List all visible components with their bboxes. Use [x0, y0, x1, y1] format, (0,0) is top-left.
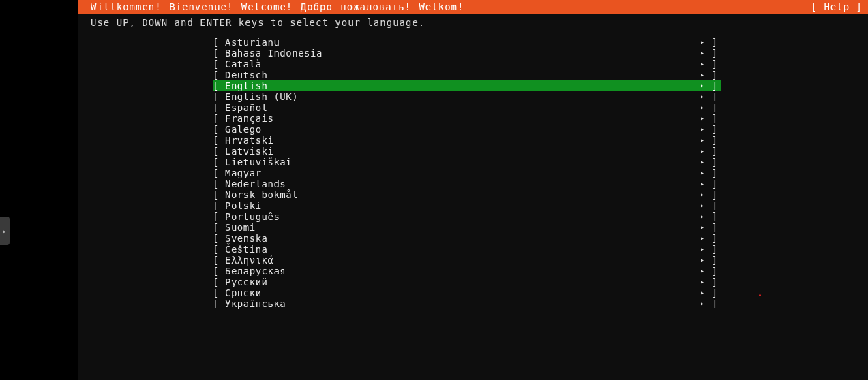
language-label: English (UK): [225, 91, 298, 102]
chevron-right-icon: ▸: [696, 157, 708, 168]
language-option[interactable]: [ Deutsch▸]: [78, 69, 868, 80]
chevron-right-icon: ▸: [696, 200, 708, 211]
bracket-close: ]: [708, 157, 721, 168]
instruction-text: Use UP, DOWN and ENTER keys to select yo…: [78, 14, 868, 30]
bracket-close: ]: [708, 168, 721, 178]
bracket-close: ]: [708, 266, 721, 276]
language-option[interactable]: [ Català▸]: [78, 59, 868, 69]
language-label: English: [225, 80, 268, 91]
language-option[interactable]: [ Português▸]: [78, 211, 868, 222]
language-label: Русский: [225, 276, 268, 287]
language-list: [ Asturianu▸][ Bahasa Indonesia▸][ Catal…: [78, 37, 868, 309]
bracket-close: ]: [708, 69, 721, 80]
bracket-open: [: [213, 146, 225, 157]
language-option[interactable]: [ Српски▸]: [78, 287, 868, 298]
language-label: Hrvatski: [225, 135, 273, 146]
language-label: Norsk bokmål: [225, 189, 298, 200]
bracket-close: ]: [708, 200, 721, 211]
language-option[interactable]: [ Galego▸]: [78, 124, 868, 135]
language-label: Galego: [225, 124, 262, 135]
bracket-open: [: [213, 244, 225, 255]
sidebar-handle[interactable]: ▸: [0, 217, 10, 245]
bracket-close: ]: [708, 102, 721, 113]
language-option[interactable]: [ Bahasa Indonesia▸]: [78, 48, 868, 59]
chevron-right-icon: ▸: [696, 48, 708, 59]
chevron-right-icon: ▸: [696, 298, 708, 309]
language-label: Latviski: [225, 146, 273, 157]
language-option[interactable]: [ Norsk bokmål▸]: [78, 189, 868, 200]
bracket-open: [: [213, 189, 225, 200]
bracket-open: [: [213, 298, 225, 309]
bracket-open: [: [213, 233, 225, 244]
bracket-open: [: [213, 287, 225, 298]
bracket-open: [: [213, 135, 225, 146]
language-label: Беларуская: [225, 266, 286, 276]
language-label: Bahasa Indonesia: [225, 48, 323, 59]
chevron-right-icon: ▸: [696, 255, 708, 266]
chevron-right-icon: ▸: [696, 135, 708, 146]
language-option[interactable]: [ Asturianu▸]: [78, 37, 868, 48]
bracket-close: ]: [708, 298, 721, 309]
language-label: Polski: [225, 200, 262, 211]
bracket-open: [: [213, 91, 225, 102]
chevron-right-icon: ▸: [696, 59, 708, 69]
language-label: Magyar: [225, 168, 262, 178]
bracket-open: [: [213, 69, 225, 80]
bracket-open: [: [213, 168, 225, 178]
chevron-right-icon: ▸: [696, 113, 708, 124]
chevron-right-icon: ▸: [696, 91, 708, 102]
bracket-open: [: [213, 222, 225, 233]
bracket-open: [: [213, 211, 225, 222]
language-option[interactable]: [ Українська▸]: [78, 298, 868, 309]
language-option[interactable]: [ Français▸]: [78, 113, 868, 124]
language-label: Lietuviškai: [225, 157, 292, 168]
bracket-open: [: [213, 200, 225, 211]
chevron-right-icon: ▸: [696, 80, 708, 91]
bracket-close: ]: [708, 287, 721, 298]
bracket-close: ]: [708, 48, 721, 59]
bracket-close: ]: [708, 124, 721, 135]
bracket-open: [: [213, 59, 225, 69]
language-option[interactable]: [ Latviski▸]: [78, 146, 868, 157]
bracket-open: [: [213, 102, 225, 113]
language-label: Español: [225, 102, 268, 113]
language-label: Українська: [225, 298, 286, 309]
language-option[interactable]: [ Ελληνικά▸]: [78, 255, 868, 266]
language-option[interactable]: [ Polski▸]: [78, 200, 868, 211]
chevron-right-icon: ▸: [696, 189, 708, 200]
language-option[interactable]: [ Беларуская▸]: [78, 266, 868, 276]
language-label: Català: [225, 59, 262, 69]
chevron-right-icon: ▸: [696, 287, 708, 298]
bracket-close: ]: [708, 91, 721, 102]
language-label: Čeština: [225, 244, 268, 255]
language-option[interactable]: [ Español▸]: [78, 102, 868, 113]
language-label: Français: [225, 113, 273, 124]
language-option[interactable]: [ Suomi▸]: [78, 222, 868, 233]
bracket-close: ]: [708, 59, 721, 69]
language-label: Српски: [225, 287, 262, 298]
help-button[interactable]: [ Help ]: [811, 0, 863, 14]
language-label: Asturianu: [225, 37, 280, 48]
chevron-right-icon: ▸: [696, 178, 708, 189]
language-option[interactable]: [ Lietuviškai▸]: [78, 157, 868, 168]
language-option[interactable]: [ Nederlands▸]: [78, 178, 868, 189]
chevron-right-icon: ▸: [696, 266, 708, 276]
bracket-open: [: [213, 255, 225, 266]
language-option[interactable]: [ Magyar▸]: [78, 168, 868, 178]
bracket-close: ]: [708, 276, 721, 287]
chevron-right-icon: ▸: [696, 244, 708, 255]
language-option[interactable]: [ English▸]: [78, 80, 868, 91]
language-option[interactable]: [ Hrvatski▸]: [78, 135, 868, 146]
chevron-right-icon: ▸: [696, 222, 708, 233]
bracket-close: ]: [708, 189, 721, 200]
chevron-right-icon: ▸: [696, 168, 708, 178]
bracket-open: [: [213, 37, 225, 48]
language-option[interactable]: [ Čeština▸]: [78, 244, 868, 255]
language-option[interactable]: [ Русский▸]: [78, 276, 868, 287]
language-option[interactable]: [ English (UK)▸]: [78, 91, 868, 102]
language-label: Svenska: [225, 233, 268, 244]
language-option[interactable]: [ Svenska▸]: [78, 233, 868, 244]
bracket-open: [: [213, 157, 225, 168]
language-label: Deutsch: [225, 69, 268, 80]
bracket-open: [: [213, 113, 225, 124]
